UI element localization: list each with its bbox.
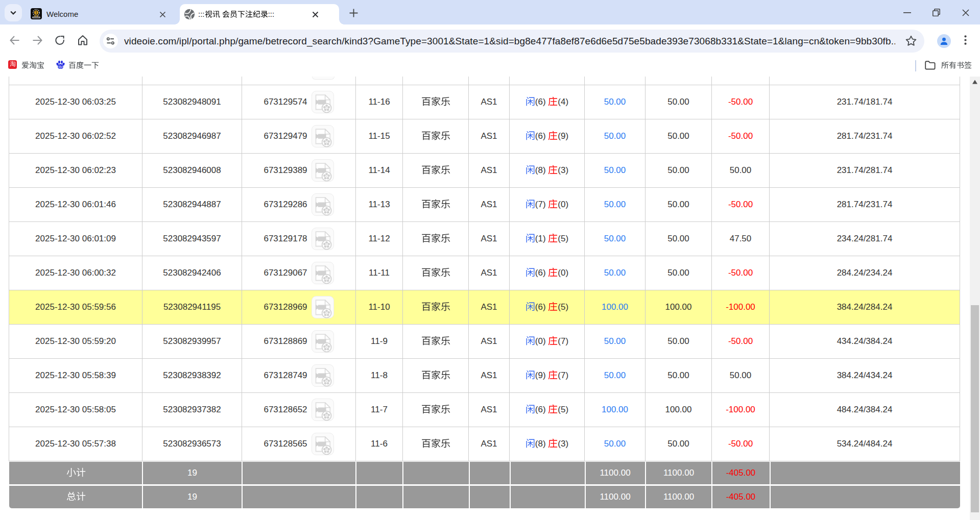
svg-text:du: du <box>59 65 63 68</box>
